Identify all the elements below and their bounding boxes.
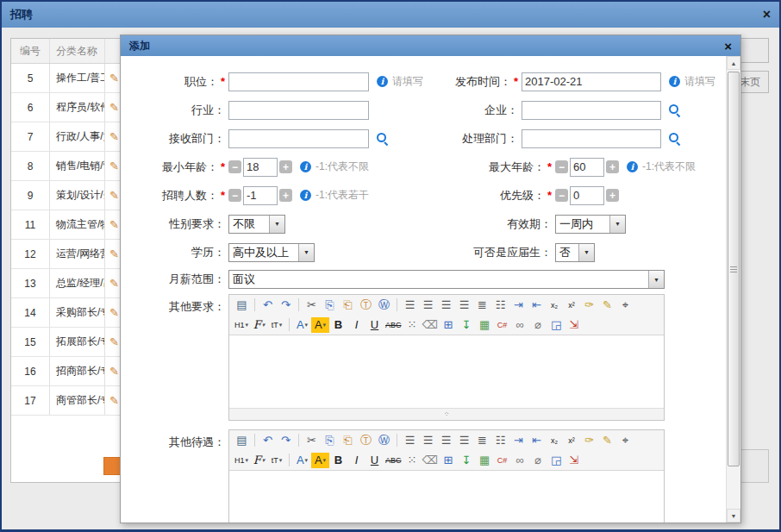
- paste-word-icon[interactable]: Ⓦ: [375, 433, 393, 448]
- text-color-icon[interactable]: A▾: [293, 453, 311, 468]
- priority-input[interactable]: [570, 186, 604, 205]
- enterprise-input[interactable]: [522, 101, 661, 120]
- format-brush-icon[interactable]: ✑: [580, 297, 598, 313]
- superscript-icon[interactable]: x²: [563, 297, 580, 313]
- code-icon[interactable]: C#: [494, 317, 511, 333]
- quick-format-icon[interactable]: ✎: [598, 297, 616, 313]
- minus-button[interactable]: −: [228, 160, 241, 173]
- subscript-icon[interactable]: x₂: [546, 433, 563, 448]
- heading-icon[interactable]: H1▾: [233, 453, 250, 468]
- indent-icon[interactable]: ⇥: [509, 297, 528, 313]
- source-icon[interactable]: ▤: [233, 433, 251, 448]
- edit-icon[interactable]: ✎: [109, 394, 119, 407]
- edit-icon[interactable]: ✎: [109, 306, 119, 319]
- unordered-list-icon[interactable]: ☷: [491, 433, 509, 448]
- minus-button[interactable]: −: [555, 160, 568, 173]
- select-all-icon[interactable]: ⌖: [616, 433, 634, 448]
- undo-icon[interactable]: ↶: [259, 297, 277, 313]
- copy-icon[interactable]: ⎘: [321, 433, 339, 448]
- fullscreen-icon[interactable]: ⇲: [565, 317, 584, 333]
- min-age-input[interactable]: [243, 158, 278, 177]
- heading-icon[interactable]: H1▾: [233, 317, 250, 333]
- paste-word-icon[interactable]: Ⓦ: [375, 297, 393, 313]
- other-benefits-editor-area[interactable]: [229, 470, 664, 523]
- align-center-icon[interactable]: ☰: [419, 433, 437, 448]
- horizontal-rule-icon[interactable]: ↧: [458, 317, 476, 333]
- strikethrough-icon[interactable]: ABC: [384, 453, 403, 468]
- font-size-icon[interactable]: tT▾: [268, 453, 285, 468]
- outdent-icon[interactable]: ⇤: [528, 297, 546, 313]
- table-icon[interactable]: ⊞: [440, 317, 458, 333]
- cut-icon[interactable]: ✂: [303, 297, 321, 313]
- symbol-grid-icon[interactable]: ⁙: [403, 317, 422, 333]
- font-family-icon[interactable]: F▾: [250, 317, 268, 333]
- underline-icon[interactable]: U: [366, 317, 384, 333]
- search-icon[interactable]: [669, 133, 681, 145]
- edit-icon[interactable]: ✎: [109, 130, 119, 143]
- strikethrough-icon[interactable]: ABC: [384, 317, 403, 333]
- indent-icon[interactable]: ⇥: [509, 433, 528, 448]
- unordered-list-icon[interactable]: ☷: [491, 297, 509, 313]
- eraser-icon[interactable]: ⌫: [422, 317, 440, 333]
- align-left-icon[interactable]: ☰: [401, 297, 419, 313]
- source-icon[interactable]: ▤: [233, 297, 251, 313]
- ordered-list-icon[interactable]: ≣: [473, 433, 491, 448]
- align-right-icon[interactable]: ☰: [437, 297, 455, 313]
- link-icon[interactable]: ∞: [511, 317, 529, 333]
- search-icon[interactable]: [669, 104, 681, 116]
- link-icon[interactable]: ∞: [511, 453, 529, 468]
- other-requirements-editor-area[interactable]: [229, 335, 664, 408]
- scrollbar-thumb[interactable]: [728, 72, 740, 466]
- position-input[interactable]: [228, 72, 369, 91]
- ordered-list-icon[interactable]: ≣: [473, 297, 491, 313]
- edit-icon[interactable]: ✎: [109, 277, 119, 290]
- font-size-icon[interactable]: tT▾: [268, 317, 285, 333]
- plus-button[interactable]: +: [279, 189, 292, 202]
- highlight-color-icon[interactable]: A▾: [311, 453, 329, 468]
- image-icon[interactable]: ▦: [476, 317, 494, 333]
- cut-icon[interactable]: ✂: [303, 433, 321, 448]
- paste-text-icon[interactable]: Ⓣ: [357, 297, 375, 313]
- recruit-count-input[interactable]: [243, 186, 278, 205]
- media-icon[interactable]: ◲: [547, 317, 565, 333]
- minus-button[interactable]: −: [555, 189, 568, 202]
- gender-select[interactable]: 不限 ▼: [228, 215, 285, 234]
- text-color-icon[interactable]: A▾: [293, 317, 311, 333]
- horizontal-rule-icon[interactable]: ↧: [458, 453, 476, 468]
- format-brush-icon[interactable]: ✑: [580, 433, 598, 448]
- edit-icon[interactable]: ✎: [109, 189, 119, 202]
- paste-icon[interactable]: ⎗: [339, 297, 357, 313]
- align-center-icon[interactable]: ☰: [419, 297, 437, 313]
- plus-button[interactable]: +: [279, 160, 292, 173]
- industry-input[interactable]: [228, 101, 369, 120]
- paste-text-icon[interactable]: Ⓣ: [357, 433, 375, 448]
- dialog-close-icon[interactable]: ×: [724, 40, 732, 53]
- font-family-icon[interactable]: F▾: [250, 453, 268, 468]
- editor-resize-bar[interactable]: ⁘: [229, 408, 664, 420]
- window-close-icon[interactable]: ×: [763, 8, 771, 22]
- redo-icon[interactable]: ↷: [277, 433, 295, 448]
- edit-icon[interactable]: ✎: [109, 335, 119, 348]
- table-icon[interactable]: ⊞: [440, 453, 458, 468]
- paste-icon[interactable]: ⎗: [339, 433, 357, 448]
- plus-button[interactable]: +: [606, 160, 619, 173]
- edit-icon[interactable]: ✎: [109, 72, 119, 84]
- unlink-icon[interactable]: ⌀: [529, 453, 547, 468]
- edit-icon[interactable]: ✎: [109, 365, 119, 378]
- subscript-icon[interactable]: x₂: [546, 297, 563, 313]
- bold-icon[interactable]: B: [329, 317, 347, 333]
- italic-icon[interactable]: I: [347, 317, 366, 333]
- edit-icon[interactable]: ✎: [109, 218, 119, 231]
- receive-dept-input[interactable]: [228, 129, 369, 148]
- align-justify-icon[interactable]: ☰: [455, 433, 473, 448]
- edit-icon[interactable]: ✎: [109, 101, 119, 114]
- scroll-up-icon[interactable]: ▲: [727, 56, 740, 70]
- image-icon[interactable]: ▦: [476, 453, 494, 468]
- media-icon[interactable]: ◲: [547, 453, 565, 468]
- fullscreen-icon[interactable]: ⇲: [565, 453, 584, 468]
- code-icon[interactable]: C#: [494, 453, 511, 468]
- minus-button[interactable]: −: [228, 189, 241, 202]
- handle-dept-input[interactable]: [522, 129, 661, 148]
- eraser-icon[interactable]: ⌫: [422, 453, 440, 468]
- italic-icon[interactable]: I: [347, 453, 366, 468]
